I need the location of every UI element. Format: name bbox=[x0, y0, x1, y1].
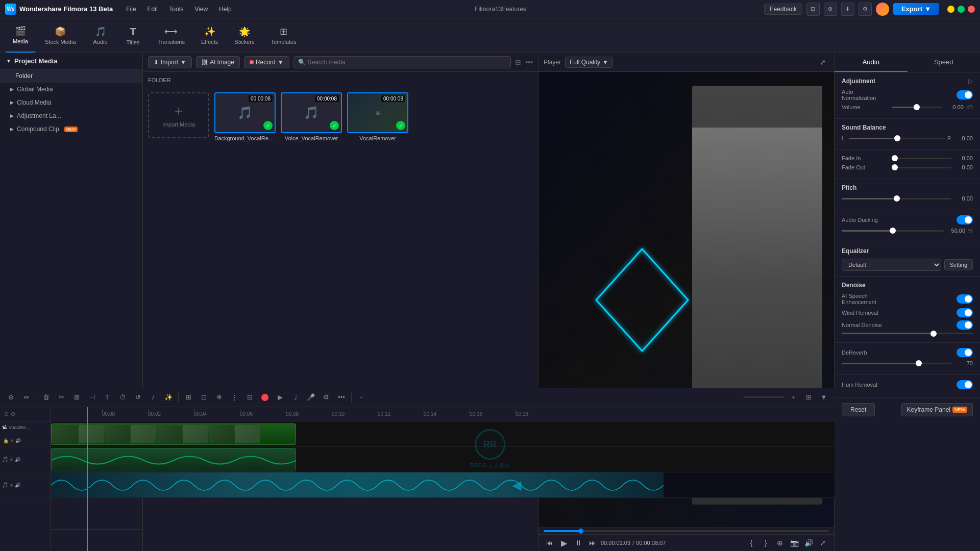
filter-icon[interactable]: ⊟ bbox=[515, 58, 521, 66]
search-box[interactable]: 🔍 bbox=[293, 56, 511, 68]
import-media-card[interactable]: + Import Media bbox=[148, 92, 209, 138]
video-eye-btn[interactable]: 👁 bbox=[10, 438, 14, 443]
timeline-link-btn[interactable]: ⊕ bbox=[11, 411, 15, 417]
equalizer-setting-btn[interactable]: Setting bbox=[944, 259, 973, 270]
audio-clip1[interactable] bbox=[51, 448, 296, 471]
sidebar-item-folder[interactable]: Folder bbox=[0, 69, 142, 83]
audio-ducking-toggle[interactable] bbox=[957, 215, 973, 224]
tl-loop-btn[interactable]: ↺ bbox=[131, 391, 144, 404]
tl-trim-btn[interactable]: ⊣ bbox=[85, 391, 99, 404]
close-button[interactable] bbox=[968, 6, 975, 13]
sidebar-item-adjustment[interactable]: ▶ Adjustment La... bbox=[0, 109, 142, 122]
dereverb-thumb[interactable] bbox=[916, 360, 922, 366]
sidebar-item-cloud[interactable]: ▶ Cloud Media bbox=[0, 96, 142, 109]
auto-norm-toggle[interactable] bbox=[957, 90, 973, 99]
maximize-button[interactable] bbox=[958, 6, 965, 13]
tl-cut-btn[interactable]: ✂ bbox=[55, 391, 68, 404]
fade-out-slider[interactable] bbox=[892, 167, 951, 168]
panel-tab-audio[interactable]: Audio bbox=[835, 53, 908, 72]
import-button[interactable]: ⬇ Import ▼ bbox=[148, 56, 192, 68]
tab-transitions[interactable]: ⟷ Transitions bbox=[151, 18, 192, 53]
volume-thumb[interactable] bbox=[914, 104, 920, 110]
fade-out-thumb[interactable] bbox=[892, 164, 898, 170]
playhead[interactable] bbox=[87, 407, 88, 551]
adjustment-expand-icon[interactable]: ▷ bbox=[968, 78, 973, 85]
audio1-vol-btn[interactable]: 🔊 bbox=[15, 457, 20, 462]
normal-denoise-toggle[interactable] bbox=[957, 320, 973, 330]
export-button[interactable]: Export ▼ bbox=[893, 3, 939, 15]
tl-crop-btn[interactable]: ⊠ bbox=[70, 391, 83, 404]
sidebar-collapse-icon[interactable]: ▼ bbox=[6, 58, 11, 64]
tl-minus-btn[interactable]: - bbox=[355, 391, 368, 404]
tl-chevron-btn[interactable]: ▼ bbox=[817, 391, 830, 404]
pitch-slider[interactable] bbox=[842, 198, 951, 199]
tab-titles[interactable]: T Titles bbox=[118, 18, 149, 53]
tl-mic-btn[interactable]: 🎤 bbox=[304, 391, 317, 404]
tl-beat-btn[interactable]: ♩ bbox=[289, 391, 302, 404]
menu-view[interactable]: View bbox=[189, 4, 213, 15]
tl-text-btn[interactable]: T bbox=[101, 391, 114, 404]
more-options-icon[interactable]: ••• bbox=[525, 58, 533, 66]
media-card-voice-vocal[interactable]: 00:00:08 🎵 ✓ Voice_VocalRemover bbox=[281, 92, 342, 141]
quality-selector[interactable]: Full Quality ▼ bbox=[565, 57, 613, 68]
ai-speech-toggle[interactable] bbox=[957, 294, 973, 304]
tl-connect-btn[interactable]: ⇔ bbox=[19, 391, 33, 404]
tl-align-btn[interactable]: ⊞ bbox=[182, 391, 195, 404]
ducking-thumb[interactable] bbox=[890, 228, 896, 234]
tab-stickers[interactable]: 🌟 Stickers bbox=[227, 18, 261, 53]
tl-group-btn[interactable]: ⊡ bbox=[197, 391, 210, 404]
media-card-vocal-remover[interactable]: 00:00:08 📽 ✓ VocalRemover bbox=[347, 92, 408, 141]
tl-zoom-slider[interactable] bbox=[744, 396, 785, 398]
tl-layout-btn[interactable]: ⊞ bbox=[802, 391, 815, 404]
search-input[interactable] bbox=[308, 59, 507, 66]
panel-tab-speed[interactable]: Speed bbox=[908, 53, 981, 72]
pitch-thumb[interactable] bbox=[894, 195, 900, 202]
tl-delete-btn[interactable]: 🗑 bbox=[39, 391, 53, 404]
record-screen-icon[interactable]: ⊕ bbox=[824, 3, 837, 16]
feedback-button[interactable]: Feedback bbox=[764, 4, 802, 15]
media-card-background-vocal[interactable]: 00:00:08 🎵 ✓ Background_VocalRemover bbox=[214, 92, 276, 141]
tl-more-btn[interactable]: ••• bbox=[335, 391, 348, 404]
menu-edit[interactable]: Edit bbox=[142, 4, 163, 15]
timeline-scroll-area[interactable]: 00:00 00:02 00:04 00:06 00:08 00:10 00:1… bbox=[51, 407, 835, 551]
tab-stock-media[interactable]: 📦 Stock Media bbox=[38, 18, 83, 53]
video-lock-btn[interactable]: 🔒 bbox=[3, 438, 9, 443]
video-vol-btn[interactable]: 🔊 bbox=[15, 438, 21, 443]
fade-in-slider[interactable] bbox=[892, 158, 951, 159]
tl-speed-btn[interactable]: ⏱ bbox=[116, 391, 129, 404]
tl-audio-btn[interactable]: ♪ bbox=[146, 391, 160, 404]
ducking-slider[interactable] bbox=[842, 230, 944, 232]
download-icon[interactable]: ⬇ bbox=[841, 3, 854, 16]
audio2-add-btn[interactable]: ⊕ bbox=[10, 483, 14, 488]
tl-play-btn[interactable]: ▶ bbox=[274, 391, 287, 404]
dereverb-toggle[interactable] bbox=[957, 348, 973, 357]
monitor-icon[interactable]: ⊡ bbox=[806, 3, 820, 16]
tl-settings2-btn[interactable]: ⚙ bbox=[320, 391, 333, 404]
hum-removal-toggle[interactable] bbox=[957, 380, 973, 389]
sidebar-item-global[interactable]: ▶ Global Media bbox=[0, 83, 142, 96]
audio1-add-btn[interactable]: ⊕ bbox=[10, 457, 14, 462]
tl-plus-btn[interactable]: + bbox=[787, 391, 800, 404]
fade-in-thumb[interactable] bbox=[892, 155, 898, 161]
timeline-home-btn[interactable]: ⊙ bbox=[4, 411, 9, 417]
record-button[interactable]: Record ▼ bbox=[244, 56, 289, 68]
tl-freeze-btn[interactable]: ❄ bbox=[212, 391, 226, 404]
menu-help[interactable]: Help bbox=[214, 4, 237, 15]
dereverb-slider[interactable] bbox=[842, 363, 951, 364]
tab-effects[interactable]: ✨ Effects bbox=[194, 18, 225, 53]
keyframe-panel-button[interactable]: Keyframe Panel NEW bbox=[901, 403, 973, 416]
tab-media[interactable]: 🎬 Media bbox=[5, 18, 36, 53]
audio2-vol-btn[interactable]: 🔊 bbox=[15, 483, 20, 488]
volume-slider[interactable] bbox=[892, 107, 942, 108]
tl-add-track-btn[interactable]: ⊕ bbox=[4, 391, 17, 404]
balance-thumb[interactable] bbox=[894, 135, 900, 141]
video-clip[interactable] bbox=[51, 423, 296, 445]
preview-expand-btn[interactable]: ⤢ bbox=[817, 56, 829, 68]
equalizer-preset-select[interactable]: Default bbox=[842, 259, 941, 271]
wind-removal-toggle[interactable] bbox=[957, 308, 973, 317]
sidebar-item-compound[interactable]: ▶ Compound Clip NEW bbox=[0, 122, 142, 136]
menu-tools[interactable]: Tools bbox=[164, 4, 188, 15]
minimize-button[interactable] bbox=[947, 6, 954, 13]
denoise-thumb[interactable] bbox=[930, 331, 937, 337]
reset-button[interactable]: Reset bbox=[842, 403, 875, 416]
